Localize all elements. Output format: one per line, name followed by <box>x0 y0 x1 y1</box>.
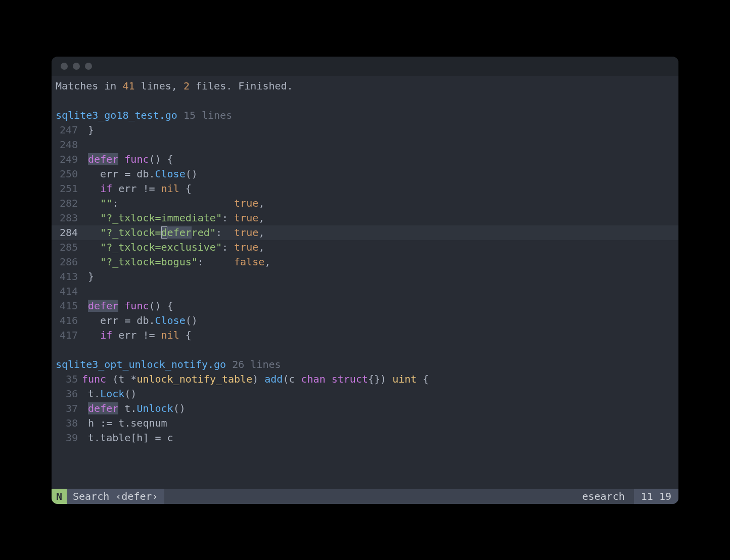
result-line[interactable]: 250 err = db.Close() <box>52 167 678 181</box>
line-number: 417 <box>56 328 82 343</box>
line-number: 251 <box>56 181 82 196</box>
line-number: 283 <box>56 211 82 225</box>
result-line[interactable]: 285 "?_txlock=exclusive": true, <box>52 240 678 255</box>
result-line[interactable]: 283 "?_txlock=immediate": true, <box>52 211 678 225</box>
line-number: 248 <box>56 137 82 152</box>
line-number: 35 <box>56 372 82 387</box>
line-number: 36 <box>56 387 82 401</box>
line-number: 39 <box>56 431 82 445</box>
result-line[interactable]: 39 t.table[h] = c <box>52 431 678 445</box>
match-highlight: defer <box>88 402 118 414</box>
result-line[interactable]: 247 } <box>52 123 678 137</box>
line-number: 247 <box>56 123 82 137</box>
result-line[interactable]: 415 defer func() { <box>52 299 678 313</box>
filetype-indicator: esearch <box>582 489 633 504</box>
match-highlight: defer <box>88 300 118 312</box>
minimize-icon[interactable] <box>73 63 80 70</box>
result-line[interactable]: 249 defer func() { <box>52 152 678 167</box>
titlebar[interactable] <box>52 57 678 76</box>
zoom-icon[interactable] <box>85 63 92 70</box>
summary-text: Matches in <box>56 80 122 92</box>
result-line[interactable]: 248 <box>52 137 678 152</box>
file-name: sqlite3_opt_unlock_notify.go <box>56 358 226 370</box>
search-summary: Matches in 41 lines, 2 files. Finished. <box>52 79 678 94</box>
line-number: 284 <box>56 225 82 240</box>
result-line[interactable]: 413 } <box>52 269 678 284</box>
line-number: 414 <box>56 284 82 299</box>
buffer-title: Search ‹defer› <box>67 489 164 504</box>
result-line[interactable]: 416 err = db.Close() <box>52 313 678 328</box>
result-line[interactable]: 36 t.Lock() <box>52 387 678 401</box>
line-number: 37 <box>56 401 82 416</box>
result-line[interactable]: 414 <box>52 284 678 299</box>
search-results-buffer[interactable]: Matches in 41 lines, 2 files. Finished. … <box>52 76 678 489</box>
line-number: 249 <box>56 152 82 167</box>
summary-line-count: 41 <box>122 80 134 92</box>
close-icon[interactable] <box>61 63 68 70</box>
result-line[interactable]: 282 "": true, <box>52 196 678 211</box>
vim-mode-indicator: N <box>52 489 67 504</box>
line-number: 282 <box>56 196 82 211</box>
summary-file-count: 2 <box>184 80 190 92</box>
line-number: 413 <box>56 269 82 284</box>
result-line[interactable]: 286 "?_txlock=bogus": false, <box>52 255 678 269</box>
file-match-count: 15 lines <box>184 109 232 121</box>
line-number: 250 <box>56 167 82 181</box>
result-line[interactable]: 251 if err != nil { <box>52 181 678 196</box>
line-number: 38 <box>56 416 82 431</box>
line-number: 416 <box>56 313 82 328</box>
editor-window: Matches in 41 lines, 2 files. Finished. … <box>52 57 678 504</box>
result-line-current[interactable]: 284 "?_txlock=deferred": true, <box>52 225 678 240</box>
match-highlight: defer <box>88 153 118 165</box>
file-match-count: 26 lines <box>232 358 281 370</box>
file-header[interactable]: sqlite3_opt_unlock_notify.go 26 lines <box>52 357 678 372</box>
result-line[interactable]: 37 defer t.Unlock() <box>52 401 678 416</box>
line-number: 286 <box>56 255 82 269</box>
match-highlight: efer <box>167 226 192 239</box>
result-line[interactable]: 38 h := t.seqnum <box>52 416 678 431</box>
line-number: 285 <box>56 240 82 255</box>
result-line[interactable]: 417 if err != nil { <box>52 328 678 343</box>
file-name: sqlite3_go18_test.go <box>56 109 177 121</box>
cursor-position: 11 19 <box>634 489 678 504</box>
status-bar: N Search ‹defer› esearch 11 19 <box>52 489 678 504</box>
file-header[interactable]: sqlite3_go18_test.go 15 lines <box>52 108 678 123</box>
cursor: d <box>161 226 167 239</box>
result-line[interactable]: 35func (t *unlock_notify_table) add(c ch… <box>52 372 678 387</box>
line-number: 415 <box>56 299 82 313</box>
